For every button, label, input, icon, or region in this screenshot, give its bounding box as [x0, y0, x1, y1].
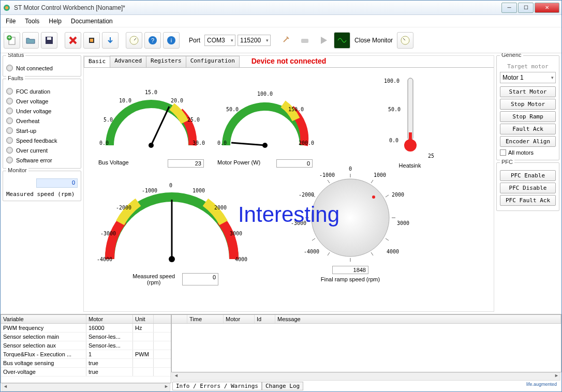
log-grid[interactable]: Time Motor Id Message: [171, 314, 561, 372]
svg-text:?: ?: [151, 37, 154, 43]
ramp-speed-value[interactable]: 1848: [332, 266, 368, 274]
fault-row: Over voltage: [6, 96, 78, 106]
variables-grid[interactable]: Variable Motor Unit PWM frequency16000Hz…: [1, 314, 171, 383]
chip-button[interactable]: [83, 32, 100, 49]
svg-rect-20: [409, 132, 412, 143]
new-icon: +: [7, 35, 17, 46]
menu-help[interactable]: Help: [49, 18, 62, 25]
table-row[interactable]: Sensor selection mainSensor-les...: [1, 333, 171, 341]
svg-point-1: [5, 6, 8, 9]
log-hscrollbar[interactable]: [172, 372, 560, 381]
log-tab-changelog[interactable]: Change Log: [262, 382, 303, 390]
device-status-banner: Device not connected: [252, 57, 327, 65]
generic-group: Generic Target motor Motor 1 Start Motor…: [496, 55, 559, 160]
generic-button[interactable]: Stop Motor: [500, 99, 556, 110]
play-button[interactable]: [315, 32, 332, 49]
printer-icon: [299, 35, 310, 46]
x-icon: [68, 35, 78, 46]
gauge-icon: [129, 35, 139, 46]
svg-rect-8: [90, 39, 93, 42]
fault-row: Start-up: [6, 126, 78, 135]
svg-point-23: [372, 195, 375, 199]
baud-combo[interactable]: 115200: [238, 35, 271, 46]
svg-line-32: [312, 238, 315, 240]
scope-icon: [337, 35, 347, 46]
folder-icon: [25, 35, 36, 46]
fault-dot-icon: [6, 157, 13, 163]
port-combo[interactable]: COM3: [204, 35, 235, 46]
svg-rect-14: [301, 39, 308, 43]
tab-registers[interactable]: Registers: [146, 56, 186, 67]
info-button[interactable]: i: [163, 32, 180, 49]
help-button[interactable]: ?: [144, 32, 161, 49]
save-button[interactable]: [41, 32, 57, 49]
generic-button[interactable]: Stop Ramp: [500, 111, 556, 122]
gauge-tool-button[interactable]: [126, 32, 142, 49]
all-motors-checkbox[interactable]: [500, 149, 506, 156]
generic-button[interactable]: Start Motor: [500, 86, 556, 97]
new-button[interactable]: +: [4, 32, 20, 49]
print-button[interactable]: [297, 32, 313, 49]
maximize-button[interactable]: ☐: [518, 3, 534, 13]
minimize-button[interactable]: ─: [501, 3, 517, 13]
tab-advanced[interactable]: Advanced: [110, 56, 146, 67]
motor-select[interactable]: Motor 1: [500, 72, 556, 83]
monitor-value: 0: [36, 178, 78, 188]
svg-point-16: [149, 143, 154, 148]
table-row[interactable]: Bus voltage sensingtrue: [1, 359, 171, 368]
fault-dot-icon: [6, 127, 13, 134]
pfc-button[interactable]: PFC Enable: [500, 170, 556, 181]
monitor-group: Monitor 0 Measured speed (rpm): [3, 171, 81, 201]
vars-hscrollbar[interactable]: [2, 383, 170, 391]
close-button[interactable]: ✕: [535, 3, 559, 13]
tab-configuration[interactable]: Configuration: [186, 56, 240, 67]
generic-button[interactable]: Encoder Align: [500, 136, 556, 147]
fault-row: Over current: [6, 145, 78, 155]
svg-line-28: [386, 238, 389, 240]
svg-point-21: [169, 256, 175, 262]
overlay-watermark: Interesting: [238, 202, 339, 227]
table-row[interactable]: Over-voltagetrue: [1, 368, 171, 376]
scope-button[interactable]: [334, 32, 350, 49]
menu-tools[interactable]: Tools: [25, 18, 39, 25]
port-label: Port: [189, 37, 200, 44]
bus-voltage-value: 23: [168, 159, 204, 168]
menu-file[interactable]: File: [6, 18, 16, 25]
svg-line-26: [386, 195, 389, 197]
svg-text:+: +: [8, 35, 11, 40]
table-row[interactable]: Sensor selection auxSensor-les...: [1, 341, 171, 350]
gauge-tool2-button[interactable]: [397, 32, 413, 49]
window-title: ST Motor Control Workbench [Noname]*: [14, 4, 501, 11]
table-row[interactable]: Torque&Flux - Execution ...1PWM: [1, 350, 171, 359]
fault-dot-icon: [6, 117, 13, 124]
menu-documentation[interactable]: Documentation: [71, 18, 113, 25]
pfc-button[interactable]: PFC Disable: [500, 183, 556, 193]
svg-line-25: [371, 180, 373, 183]
status-group: Status Not connected: [3, 55, 81, 77]
pfc-button[interactable]: PFC Fault Ack: [500, 195, 556, 206]
status-dot-icon: [6, 65, 13, 71]
table-row[interactable]: PWM frequency16000Hz: [1, 324, 171, 333]
download-button[interactable]: [102, 32, 119, 49]
fault-row: Software error: [6, 155, 78, 165]
svg-rect-18: [408, 78, 413, 140]
tab-basic[interactable]: Basic: [84, 56, 110, 68]
chip-icon: [86, 35, 97, 46]
fault-row: Under voltage: [6, 106, 78, 116]
fault-row: FOC duration: [6, 86, 78, 96]
open-button[interactable]: [22, 32, 39, 49]
generic-button[interactable]: Fault Ack: [500, 124, 556, 134]
fault-row: Speed feedback: [6, 135, 78, 145]
delete-button[interactable]: [65, 32, 81, 49]
pfc-group: PFC PFC EnablePFC DisablePFC Fault Ack: [496, 162, 559, 211]
plug-icon: [280, 35, 292, 46]
gauge2-icon: [400, 35, 410, 46]
svg-line-29: [371, 252, 373, 255]
play-icon: [318, 35, 329, 46]
log-tab-info[interactable]: Info / Errors / Warnings: [172, 382, 262, 390]
svg-line-35: [328, 180, 330, 183]
floppy-icon: [44, 35, 54, 46]
close-monitor-label: Close Monitor: [354, 37, 393, 44]
connect-button[interactable]: [278, 32, 294, 49]
fault-dot-icon: [6, 108, 13, 114]
